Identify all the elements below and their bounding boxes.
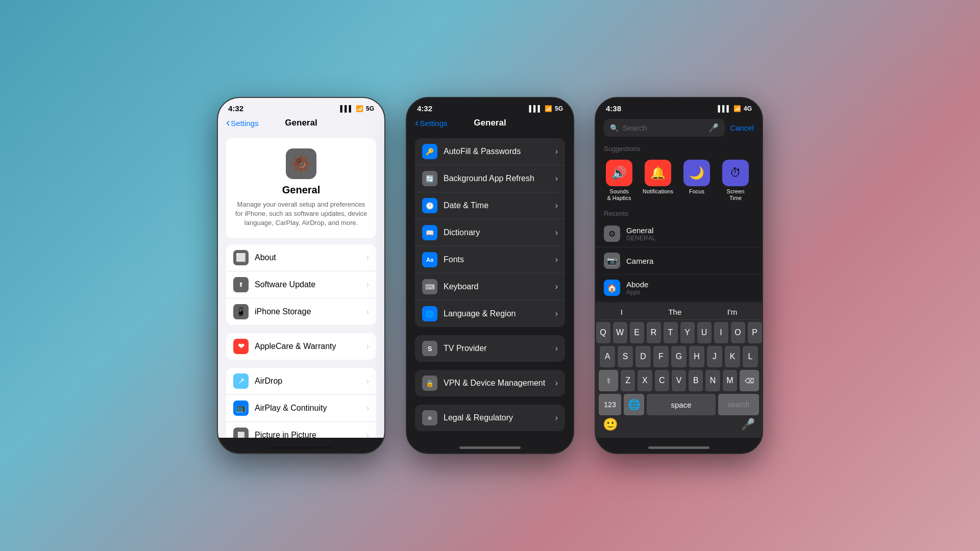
search-placeholder: Search [623,123,647,132]
emoji-smiley-icon[interactable]: 🙂 [603,417,618,432]
recent-general[interactable]: ⚙ General GENERAL [596,220,762,247]
key-s[interactable]: S [618,346,633,367]
date-time-label: Date & Time [444,201,555,210]
key-l[interactable]: L [743,346,758,367]
key-q[interactable]: Q [596,322,610,343]
key-x[interactable]: X [638,370,652,391]
keyboard: I The I'm Q W E R T Y U I O [596,303,762,438]
applecare-row[interactable]: ❤ AppleCare & Warranty › [226,333,376,360]
key-n[interactable]: N [705,370,720,391]
time-3: 4:38 [606,104,621,113]
key-e[interactable]: E [630,322,644,343]
software-update-row[interactable]: ⬆ Software Update › [226,271,376,298]
key-m[interactable]: M [723,370,737,391]
key-p[interactable]: P [748,322,762,343]
kb-bottom-row: 123 🌐 space search [599,394,759,415]
kb-row-3: ⇧ Z X C V B N M ⌫ [599,370,759,391]
kb-row-2: A S D F G H J K L [599,346,759,367]
key-w[interactable]: W [613,322,627,343]
key-r[interactable]: R [647,322,661,343]
about-row[interactable]: ⬜ About › [226,244,376,271]
cancel-button[interactable]: Cancel [730,123,754,132]
home-bar-2 [459,446,521,449]
back-button-2[interactable]: Settings [415,117,448,129]
applecare-chevron: › [366,342,369,351]
key-b[interactable]: B [689,370,703,391]
dark-section-vpn: 🔒 VPN & Device Management › [415,370,565,396]
dictionary-icon: 📖 [422,225,437,240]
legal-row[interactable]: ≡ Legal & Regulatory › [415,405,565,431]
sounds-label: Sounds& Haptics [607,188,631,202]
date-time-row[interactable]: 🕐 Date & Time › [415,192,565,219]
legal-icon: ≡ [422,410,437,425]
delete-key[interactable]: ⌫ [740,370,759,391]
keyboard-chevron: › [555,282,558,291]
emoji-key[interactable]: 🌐 [624,394,644,415]
key-g[interactable]: G [671,346,687,367]
dictionary-row[interactable]: 📖 Dictionary › [415,219,565,246]
recent-camera[interactable]: 📷 Camera [596,247,762,274]
key-d[interactable]: D [635,346,651,367]
key-k[interactable]: K [725,346,740,367]
search-mic-icon[interactable]: 🎤 [708,123,719,133]
language-region-row[interactable]: 🌐 Language & Region › [415,300,565,327]
vpn-row[interactable]: 🔒 VPN & Device Management › [415,370,565,396]
status-bar-1: 4:32 ▌▌▌ 📶 5G [218,98,384,115]
dictionary-chevron: › [555,228,558,237]
key-f[interactable]: F [653,346,669,367]
status-icons-1: ▌▌▌ 📶 5G [340,105,374,112]
autofill-row[interactable]: 🔑 AutoFill & Passwords › [415,138,565,165]
suggestion-screentime[interactable]: ⏱ Screen Time [720,160,751,202]
mic-icon[interactable]: 🎤 [741,418,755,431]
key-c[interactable]: C [655,370,669,391]
language-region-chevron: › [555,309,558,318]
space-key[interactable]: space [647,394,716,415]
search-key[interactable]: search [718,394,759,415]
key-a[interactable]: A [600,346,615,367]
predictive-i[interactable]: I [621,308,623,316]
key-h[interactable]: H [689,346,704,367]
key-v[interactable]: V [672,370,686,391]
back-label-1: Settings [231,119,258,128]
iphone-storage-row[interactable]: 📱 iPhone Storage › [226,298,376,325]
key-i[interactable]: I [714,322,728,343]
suggestion-notifications[interactable]: 🔔 Notifications [643,160,673,202]
tv-provider-row[interactable]: S TV Provider › [415,335,565,362]
predictive-im[interactable]: I'm [727,308,738,316]
airdrop-row[interactable]: ↗ AirDrop › [226,368,376,395]
key-u[interactable]: U [697,322,712,343]
key-y[interactable]: Y [680,322,695,343]
wifi-icon-3: 📶 [733,105,741,112]
predictive-the[interactable]: The [668,308,681,316]
shift-key[interactable]: ⇧ [599,370,618,391]
back-button-1[interactable]: Settings [226,117,259,129]
kb-row-1: Q W E R T Y U I O P [599,322,759,343]
iphone-storage-icon: 📱 [233,304,249,319]
home-indicator-3 [596,438,762,453]
scroll-area-1[interactable]: ⚙️ General Manage your overall setup and… [218,132,384,438]
suggestion-sounds[interactable]: 🔊 Sounds& Haptics [604,160,634,202]
key-t[interactable]: T [664,322,678,343]
scroll-area-2[interactable]: 🔑 AutoFill & Passwords › 🔄 Background Ap… [407,132,573,438]
page-title-1: General [285,118,317,128]
focus-icon: 🌙 [683,160,710,186]
suggestion-focus[interactable]: 🌙 Focus [681,160,712,202]
chevron-left-icon-1 [226,117,230,129]
recent-abode[interactable]: 🏠 Abode Apps [596,274,762,302]
signal-icon-3: ▌▌▌ [718,105,731,112]
pip-row[interactable]: ⬜ Picture in Picture › [226,422,376,438]
keyboard-row[interactable]: ⌨ Keyboard › [415,273,565,300]
fonts-row[interactable]: Aa Fonts › [415,246,565,273]
scroll-area-3[interactable]: Suggestions 🔊 Sounds& Haptics 🔔 [596,141,762,303]
airdrop-chevron: › [366,377,369,386]
search-input-box[interactable]: 🔍 Search 🎤 [604,119,725,137]
key-o[interactable]: O [731,322,745,343]
settings-section-3: ↗ AirDrop › 📺 AirPlay & Continuity › ⬜ P… [226,368,376,438]
key-j[interactable]: J [707,346,722,367]
airplay-row[interactable]: 📺 AirPlay & Continuity › [226,395,376,422]
bg-refresh-row[interactable]: 🔄 Background App Refresh › [415,165,565,192]
key-z[interactable]: Z [621,370,635,391]
numbers-key[interactable]: 123 [599,394,621,415]
recent-abode-icon: 🏠 [604,280,620,296]
recent-general-name: General [626,226,754,235]
